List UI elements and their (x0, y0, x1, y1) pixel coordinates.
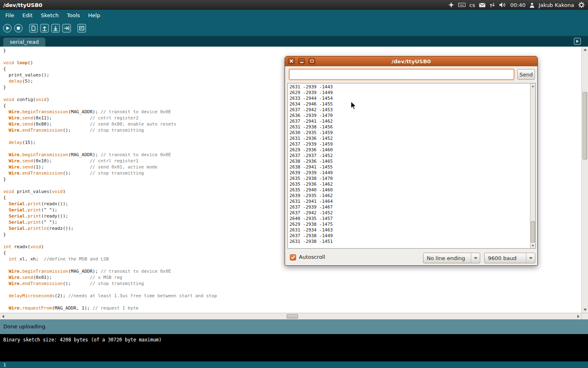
serial-data-line: 2637 -2942 -1453 (290, 107, 529, 113)
editor-horizontal-scrollbar[interactable] (0, 313, 581, 319)
serial-data-line: 2635 -2936 -1462 (290, 182, 529, 187)
serial-data-line: 2633 -2944 -1454 (290, 96, 529, 101)
user-icon (530, 2, 535, 8)
serial-data-line: 2638 -2941 -1455 (290, 164, 529, 170)
serial-data-line: 2637 -2939 -1467 (290, 204, 529, 210)
clock[interactable]: 00:40 (510, 2, 525, 8)
vertical-scroll-thumb[interactable] (583, 92, 587, 159)
baud-rate-value: 9600 baud (485, 255, 526, 261)
code-line: } (3, 47, 581, 54)
tab-menu-button[interactable] (574, 38, 581, 45)
serial-data-line: 2631 -2941 -1464 (290, 199, 529, 204)
verify-button[interactable] (3, 24, 12, 33)
window-buttons (288, 58, 315, 64)
code-line: Wire.beginTransmission(MAG_ADDR); // tra… (3, 268, 581, 274)
menu-item-sketch[interactable]: Sketch (37, 11, 63, 20)
serial-monitor-button[interactable] (77, 24, 86, 33)
serial-data-line: 2631 -2938 -1456 (290, 124, 529, 130)
line-ending-value: No line ending (423, 255, 471, 261)
serial-data-line: 2640 -2935 -1457 (290, 216, 529, 222)
serial-data-line: 2629 -2939 -1449 (290, 90, 529, 96)
network-transfer-icon[interactable] (490, 2, 495, 8)
serial-scroll-up-arrow[interactable] (530, 83, 535, 89)
serial-data-line: 2631 -2936 -1452 (290, 136, 529, 141)
system-tray: cs 00:40 Jakub Kakona (448, 2, 585, 8)
menu-item-tools[interactable]: Tools (63, 11, 84, 20)
serial-data-line: 2637 -2938 -1449 (290, 233, 529, 239)
serial-send-input[interactable] (289, 69, 514, 80)
close-icon[interactable] (288, 58, 295, 64)
indicator-icon[interactable] (448, 2, 454, 8)
code-line: Wire.endTransmission(); // stop transmit… (3, 280, 581, 287)
gear-icon[interactable] (578, 2, 585, 8)
serial-data-line: 2637 -2937 -1452 (290, 153, 529, 159)
minimize-icon[interactable] (298, 58, 305, 64)
serial-output-area[interactable]: 2631 -2939 -14432629 -2939 -14492633 -29… (287, 83, 536, 249)
autoscroll-label: Autoscroll (299, 254, 325, 260)
mouse-cursor (350, 101, 358, 111)
baud-rate-select[interactable]: 9600 baud (484, 253, 535, 263)
menu-item-edit[interactable]: Edit (18, 11, 37, 20)
menu-bar: FileEditSketchToolsHelp (0, 10, 588, 20)
scroll-down-arrow[interactable] (582, 307, 588, 313)
code-line: Wire.send(0x01); // x MSB reg (3, 274, 581, 280)
serial-data-line: 2635 -2938 -1470 (290, 176, 529, 182)
volume-icon[interactable] (499, 2, 506, 8)
serial-data-line: 2637 -2941 -1462 (290, 119, 529, 124)
serial-data-line: 2629 -2936 -1460 (290, 147, 529, 153)
stop-button[interactable] (14, 24, 23, 33)
toolbar (0, 20, 588, 36)
serial-monitor-titlebar[interactable]: /dev/ttyUSB0 (285, 56, 537, 66)
serial-data-line: 2631 -2938 -1451 (290, 239, 529, 245)
tab-serial-read[interactable]: serial_read (3, 38, 45, 47)
keyboard-layout-label[interactable]: cs (470, 2, 475, 8)
active-window-title: /dev/ttyUSB0 (3, 2, 42, 8)
new-sketch-button[interactable] (29, 24, 38, 33)
serial-data-line: 2639 -2939 -1449 (290, 170, 529, 176)
scroll-left-arrow[interactable] (0, 313, 6, 319)
serial-data-line: 2629 -2938 -1475 (290, 222, 529, 227)
serial-data-line: 2635 -2940 -1460 (290, 187, 529, 193)
line-ending-select[interactable]: No line ending (423, 253, 480, 263)
editor-vertical-scrollbar[interactable] (581, 47, 588, 313)
upload-button[interactable] (62, 24, 71, 33)
maximize-icon[interactable] (308, 58, 315, 64)
system-top-bar: /dev/ttyUSB0 cs 00:40 Jakub Kakona (0, 0, 588, 10)
menu-item-help[interactable]: Help (84, 11, 105, 20)
serial-monitor-window: /dev/ttyUSB0 Send 2631 -2939 -14432629 -… (285, 56, 538, 266)
chevron-down-icon[interactable] (471, 253, 480, 263)
serial-data-line: 2638 -2936 -1465 (290, 159, 529, 164)
code-line (3, 299, 581, 305)
code-line (3, 287, 581, 293)
serial-monitor-body: Send 2631 -2939 -14432629 -2939 -1449263… (285, 66, 537, 266)
user-name[interactable]: Jakub Kakona (539, 2, 574, 8)
serial-data-line: 2634 -2946 -1455 (290, 101, 529, 107)
open-sketch-button[interactable] (40, 24, 49, 33)
serial-output-text: 2631 -2939 -14432629 -2939 -14492633 -29… (290, 84, 529, 245)
serial-data-line: 2637 -2939 -1459 (290, 141, 529, 147)
serial-scroll-thumb[interactable] (531, 221, 535, 242)
autoscroll-checkbox[interactable] (290, 254, 296, 260)
scroll-right-arrow[interactable] (575, 313, 581, 319)
save-sketch-button[interactable] (51, 24, 60, 33)
serial-data-line: 2631 -2939 -1443 (290, 84, 529, 90)
status-bar: Done uploading. (0, 319, 588, 334)
serial-data-line: 2636 -2939 -1470 (290, 113, 529, 119)
horizontal-scroll-thumb[interactable] (287, 314, 298, 319)
scroll-up-arrow[interactable] (582, 47, 588, 53)
line-number-indicator: 1 (0, 361, 588, 368)
send-button[interactable]: Send (517, 69, 535, 80)
keyboard-layout-icon[interactable] (458, 2, 466, 7)
serial-data-line: 2630 -2935 -1459 (290, 130, 529, 136)
code-line: Wire.requestFrom(MAG_ADDR, 1); // reques… (3, 305, 581, 311)
menu-item-file[interactable]: File (1, 11, 18, 20)
serial-scrollbar[interactable] (530, 83, 535, 248)
mail-icon[interactable] (479, 3, 486, 7)
serial-data-line: 2639 -2935 -1462 (290, 193, 529, 199)
code-line: delayMicroseconds(2); //needs at least 1… (3, 293, 581, 299)
tab-bar: serial_read (0, 36, 588, 47)
scrollbar-corner (581, 313, 588, 319)
chevron-down-icon[interactable] (526, 253, 535, 263)
serial-scroll-down-arrow[interactable] (530, 243, 535, 248)
serial-data-line: 2637 -2942 -1452 (290, 210, 529, 216)
